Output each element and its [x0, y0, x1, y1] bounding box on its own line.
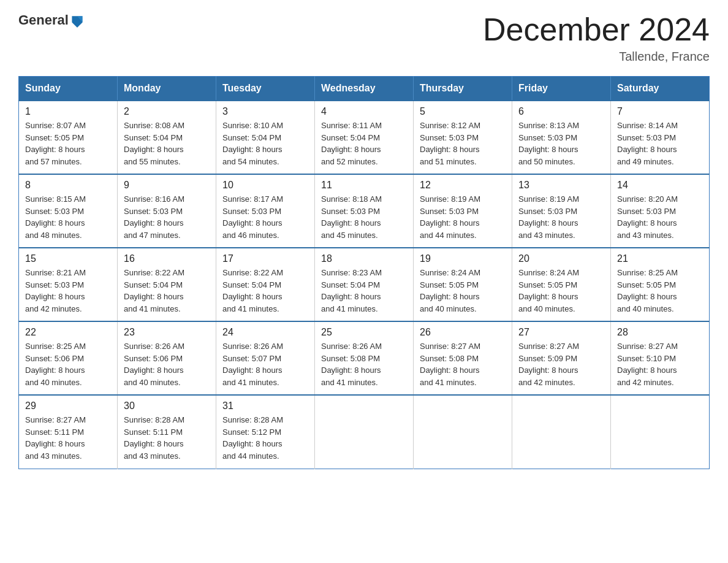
day-info: Sunrise: 8:28 AM Sunset: 5:11 PM Dayligh…	[124, 414, 210, 462]
calendar-day-cell: 27 Sunrise: 8:27 AM Sunset: 5:09 PM Dayl…	[512, 321, 611, 395]
day-info: Sunrise: 8:22 AM Sunset: 5:04 PM Dayligh…	[124, 267, 210, 315]
calendar-day-cell	[512, 395, 611, 469]
day-info: Sunrise: 8:10 AM Sunset: 5:04 PM Dayligh…	[222, 120, 308, 167]
logo-general-text: General	[18, 12, 69, 28]
day-info: Sunrise: 8:27 AM Sunset: 5:08 PM Dayligh…	[420, 340, 506, 388]
day-number: 10	[222, 180, 308, 191]
calendar-day-cell	[611, 395, 710, 469]
calendar-day-cell: 22 Sunrise: 8:25 AM Sunset: 5:06 PM Dayl…	[19, 321, 118, 395]
day-number: 6	[518, 106, 604, 117]
day-info: Sunrise: 8:27 AM Sunset: 5:10 PM Dayligh…	[617, 340, 703, 388]
calendar-day-cell: 9 Sunrise: 8:16 AM Sunset: 5:03 PM Dayli…	[118, 174, 216, 248]
calendar-day-cell: 15 Sunrise: 8:21 AM Sunset: 5:03 PM Dayl…	[19, 248, 118, 321]
calendar-week-row: 15 Sunrise: 8:21 AM Sunset: 5:03 PM Dayl…	[19, 248, 710, 321]
day-info: Sunrise: 8:17 AM Sunset: 5:03 PM Dayligh…	[222, 193, 308, 241]
page-header: General Blue December 2024 Tallende, Fra…	[18, 12, 710, 64]
calendar-day-cell	[315, 395, 414, 469]
day-of-week-header: Friday	[512, 77, 611, 101]
day-info: Sunrise: 8:08 AM Sunset: 5:04 PM Dayligh…	[124, 120, 210, 167]
day-info: Sunrise: 8:22 AM Sunset: 5:04 PM Dayligh…	[222, 267, 308, 315]
calendar-day-cell: 14 Sunrise: 8:20 AM Sunset: 5:03 PM Dayl…	[611, 174, 710, 248]
calendar-day-cell: 8 Sunrise: 8:15 AM Sunset: 5:03 PM Dayli…	[19, 174, 118, 248]
calendar-day-cell: 23 Sunrise: 8:26 AM Sunset: 5:06 PM Dayl…	[118, 321, 216, 395]
day-number: 13	[518, 180, 604, 191]
calendar-day-cell: 6 Sunrise: 8:13 AM Sunset: 5:03 PM Dayli…	[512, 101, 611, 174]
day-number: 16	[124, 253, 210, 264]
day-of-week-header: Tuesday	[216, 77, 315, 101]
title-section: December 2024 Tallende, France	[483, 12, 710, 64]
calendar-day-cell: 2 Sunrise: 8:08 AM Sunset: 5:04 PM Dayli…	[118, 101, 216, 174]
calendar-day-cell: 12 Sunrise: 8:19 AM Sunset: 5:03 PM Dayl…	[414, 174, 512, 248]
day-number: 21	[617, 253, 703, 264]
calendar-week-row: 1 Sunrise: 8:07 AM Sunset: 5:05 PM Dayli…	[19, 101, 710, 174]
month-title: December 2024	[483, 12, 710, 47]
calendar-day-cell: 30 Sunrise: 8:28 AM Sunset: 5:11 PM Dayl…	[118, 395, 216, 469]
day-info: Sunrise: 8:19 AM Sunset: 5:03 PM Dayligh…	[518, 193, 604, 241]
calendar-day-cell: 25 Sunrise: 8:26 AM Sunset: 5:08 PM Dayl…	[315, 321, 414, 395]
day-info: Sunrise: 8:25 AM Sunset: 5:05 PM Dayligh…	[617, 267, 703, 315]
day-info: Sunrise: 8:27 AM Sunset: 5:09 PM Dayligh…	[518, 340, 604, 388]
calendar-day-cell: 1 Sunrise: 8:07 AM Sunset: 5:05 PM Dayli…	[19, 101, 118, 174]
calendar-day-cell: 13 Sunrise: 8:19 AM Sunset: 5:03 PM Dayl…	[512, 174, 611, 248]
day-info: Sunrise: 8:25 AM Sunset: 5:06 PM Dayligh…	[25, 340, 111, 388]
location-text: Tallende, France	[483, 50, 710, 64]
day-number: 1	[25, 106, 111, 117]
day-info: Sunrise: 8:28 AM Sunset: 5:12 PM Dayligh…	[222, 414, 308, 462]
calendar-day-cell: 11 Sunrise: 8:18 AM Sunset: 5:03 PM Dayl…	[315, 174, 414, 248]
day-info: Sunrise: 8:24 AM Sunset: 5:05 PM Dayligh…	[420, 267, 506, 315]
day-number: 24	[222, 327, 308, 338]
day-number: 19	[420, 253, 506, 264]
calendar-day-cell: 28 Sunrise: 8:27 AM Sunset: 5:10 PM Dayl…	[611, 321, 710, 395]
calendar-day-cell: 21 Sunrise: 8:25 AM Sunset: 5:05 PM Dayl…	[611, 248, 710, 321]
day-info: Sunrise: 8:19 AM Sunset: 5:03 PM Dayligh…	[420, 193, 506, 241]
calendar-week-row: 22 Sunrise: 8:25 AM Sunset: 5:06 PM Dayl…	[19, 321, 710, 395]
day-info: Sunrise: 8:07 AM Sunset: 5:05 PM Dayligh…	[25, 120, 111, 167]
calendar-day-cell: 4 Sunrise: 8:11 AM Sunset: 5:04 PM Dayli…	[315, 101, 414, 174]
day-number: 15	[25, 253, 111, 264]
logo-icon	[70, 13, 85, 28]
day-of-week-header: Thursday	[414, 77, 512, 101]
calendar-day-cell	[414, 395, 512, 469]
day-number: 22	[25, 327, 111, 338]
day-info: Sunrise: 8:13 AM Sunset: 5:03 PM Dayligh…	[518, 120, 604, 167]
day-info: Sunrise: 8:26 AM Sunset: 5:06 PM Dayligh…	[124, 340, 210, 388]
day-number: 7	[617, 106, 703, 117]
day-info: Sunrise: 8:15 AM Sunset: 5:03 PM Dayligh…	[25, 193, 111, 241]
day-info: Sunrise: 8:26 AM Sunset: 5:08 PM Dayligh…	[321, 340, 407, 388]
day-info: Sunrise: 8:23 AM Sunset: 5:04 PM Dayligh…	[321, 267, 407, 315]
day-number: 31	[222, 400, 308, 412]
day-number: 25	[321, 327, 407, 338]
day-number: 29	[25, 400, 111, 412]
calendar-week-row: 8 Sunrise: 8:15 AM Sunset: 5:03 PM Dayli…	[19, 174, 710, 248]
day-number: 8	[25, 180, 111, 191]
day-of-week-header: Monday	[118, 77, 216, 101]
day-number: 2	[124, 106, 210, 117]
day-number: 14	[617, 180, 703, 191]
day-info: Sunrise: 8:14 AM Sunset: 5:03 PM Dayligh…	[617, 120, 703, 167]
day-number: 11	[321, 180, 407, 191]
calendar-table: SundayMondayTuesdayWednesdayThursdayFrid…	[18, 76, 710, 469]
day-of-week-header: Wednesday	[315, 77, 414, 101]
day-number: 9	[124, 180, 210, 191]
logo: General Blue	[18, 12, 85, 61]
day-number: 5	[420, 106, 506, 117]
day-of-week-header: Saturday	[611, 77, 710, 101]
day-number: 28	[617, 327, 703, 338]
calendar-day-cell: 24 Sunrise: 8:26 AM Sunset: 5:07 PM Dayl…	[216, 321, 315, 395]
calendar-day-cell: 19 Sunrise: 8:24 AM Sunset: 5:05 PM Dayl…	[414, 248, 512, 321]
day-info: Sunrise: 8:20 AM Sunset: 5:03 PM Dayligh…	[617, 193, 703, 241]
day-number: 3	[222, 106, 308, 117]
day-number: 12	[420, 180, 506, 191]
calendar-day-cell: 26 Sunrise: 8:27 AM Sunset: 5:08 PM Dayl…	[414, 321, 512, 395]
day-info: Sunrise: 8:24 AM Sunset: 5:05 PM Dayligh…	[518, 267, 604, 315]
day-info: Sunrise: 8:18 AM Sunset: 5:03 PM Dayligh…	[321, 193, 407, 241]
calendar-header-row: SundayMondayTuesdayWednesdayThursdayFrid…	[19, 77, 710, 101]
calendar-day-cell: 20 Sunrise: 8:24 AM Sunset: 5:05 PM Dayl…	[512, 248, 611, 321]
day-number: 27	[518, 327, 604, 338]
calendar-day-cell: 31 Sunrise: 8:28 AM Sunset: 5:12 PM Dayl…	[216, 395, 315, 469]
day-info: Sunrise: 8:12 AM Sunset: 5:03 PM Dayligh…	[420, 120, 506, 167]
day-number: 20	[518, 253, 604, 264]
day-of-week-header: Sunday	[19, 77, 118, 101]
calendar-day-cell: 7 Sunrise: 8:14 AM Sunset: 5:03 PM Dayli…	[611, 101, 710, 174]
day-number: 17	[222, 253, 308, 264]
